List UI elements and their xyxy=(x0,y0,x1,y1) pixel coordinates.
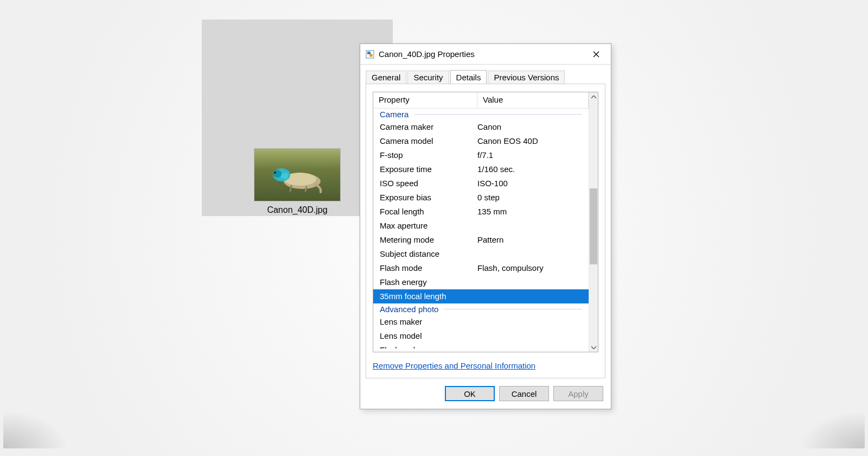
row-camera-model[interactable]: Camera modelCanon EOS 40D xyxy=(373,134,589,148)
section-camera-label: Camera xyxy=(380,110,409,119)
tab-general[interactable]: General xyxy=(366,71,406,84)
details-tabpanel: Property Value Camera Camera makerCanon … xyxy=(366,84,605,378)
close-icon xyxy=(593,51,599,58)
lizard-thumbnail-art xyxy=(264,162,324,194)
tab-previous-versions[interactable]: Previous Versions xyxy=(488,71,565,84)
svg-point-3 xyxy=(273,170,282,178)
cancel-button[interactable]: Cancel xyxy=(499,386,549,401)
svg-point-5 xyxy=(274,172,276,174)
row-flash-energy[interactable]: Flash energy xyxy=(373,275,589,289)
list-header: Property Value xyxy=(373,92,589,109)
list-rows: Camera Camera makerCanon Camera modelCan… xyxy=(373,109,589,350)
svg-point-4 xyxy=(281,173,289,179)
row-lens-model[interactable]: Lens model xyxy=(373,329,589,343)
row-flash-maker[interactable]: Flash maker xyxy=(373,343,589,350)
section-advanced-label: Advanced photo xyxy=(380,305,438,314)
chevron-up-icon xyxy=(591,96,596,99)
row-metering-mode[interactable]: Metering modePattern xyxy=(373,233,589,247)
row-focal-length[interactable]: Focal length135 mm xyxy=(373,205,589,219)
section-camera: Camera xyxy=(373,109,589,120)
row-lens-maker[interactable]: Lens maker xyxy=(373,315,589,329)
scroll-track[interactable] xyxy=(589,102,598,343)
file-name-label: Canon_40D.jpg xyxy=(267,205,327,216)
row-flash-mode[interactable]: Flash modeFlash, compulsory xyxy=(373,261,589,275)
row-exposure-time[interactable]: Exposure time1/160 sec. xyxy=(373,162,589,176)
section-advanced-photo: Advanced photo xyxy=(373,303,589,315)
tabstrip: General Security Details Previous Versio… xyxy=(360,65,611,84)
scroll-thumb[interactable] xyxy=(590,188,597,264)
row-camera-maker[interactable]: Camera makerCanon xyxy=(373,120,589,134)
file-icon xyxy=(366,50,374,59)
row-subject-distance[interactable]: Subject distance xyxy=(373,247,589,261)
remove-properties-link[interactable]: Remove Properties and Personal Informati… xyxy=(373,361,598,370)
scroll-up-button[interactable] xyxy=(589,92,598,102)
apply-button[interactable]: Apply xyxy=(553,386,603,401)
dialog-buttons: OK Cancel Apply xyxy=(360,378,611,409)
titlebar[interactable]: Canon_40D.jpg Properties xyxy=(360,44,611,65)
row-35mm-focal-length[interactable]: 35mm focal length xyxy=(373,289,589,303)
file-thumbnail xyxy=(254,149,340,201)
tab-details[interactable]: Details xyxy=(450,70,487,84)
page-corner-shadow-left xyxy=(3,410,68,448)
row-exposure-bias[interactable]: Exposure bias0 step xyxy=(373,191,589,205)
ok-button[interactable]: OK xyxy=(445,386,495,401)
row-f-stop[interactable]: F-stopf/7.1 xyxy=(373,148,589,162)
svg-rect-7 xyxy=(367,52,371,54)
column-value[interactable]: Value xyxy=(477,92,589,108)
scrollbar[interactable] xyxy=(589,92,598,352)
svg-point-8 xyxy=(369,54,373,57)
scroll-down-button[interactable] xyxy=(589,343,598,352)
properties-dialog: Canon_40D.jpg Properties General Securit… xyxy=(360,43,611,409)
column-property[interactable]: Property xyxy=(373,92,477,108)
row-iso-speed[interactable]: ISO speedISO-100 xyxy=(373,176,589,191)
chevron-down-icon xyxy=(591,346,596,349)
page-corner-shadow-right xyxy=(800,410,865,448)
row-max-aperture[interactable]: Max aperture xyxy=(373,219,589,233)
properties-list[interactable]: Property Value Camera Camera makerCanon … xyxy=(373,92,598,352)
close-button[interactable] xyxy=(584,46,609,62)
tab-security[interactable]: Security xyxy=(407,71,449,84)
dialog-title: Canon_40D.jpg Properties xyxy=(379,49,584,59)
